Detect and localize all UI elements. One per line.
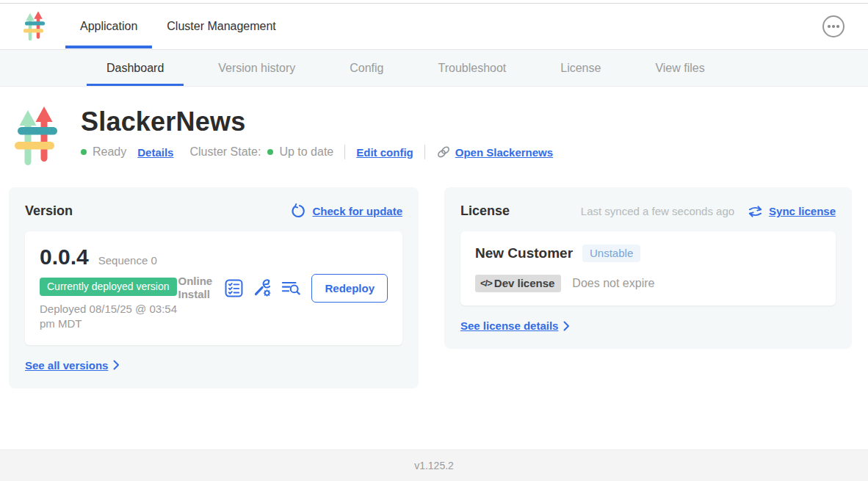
- refresh-icon: [291, 203, 306, 219]
- app-header: SlackerNews Ready Details Cluster State:…: [0, 87, 868, 187]
- version-actions: Online Install: [178, 274, 388, 303]
- console-footer: v1.125.2: [0, 449, 868, 481]
- version-card: Version Check for update 0.0.4 Sequence …: [9, 187, 419, 388]
- admin-console-page: Application Cluster Management Dashboard…: [0, 0, 868, 481]
- open-app-group: Open Slackernews: [436, 145, 553, 159]
- console-version: v1.125.2: [414, 460, 454, 471]
- tab-view-files[interactable]: View files: [635, 50, 724, 86]
- version-sequence: Sequence 0: [98, 254, 157, 267]
- app-subnav: Dashboard Version history Config Trouble…: [0, 50, 868, 87]
- redeploy-button[interactable]: Redeploy: [311, 274, 388, 303]
- tab-cluster-management[interactable]: Cluster Management: [152, 4, 291, 49]
- divider: [344, 145, 345, 159]
- page-title: SlackerNews: [81, 106, 553, 137]
- details-link[interactable]: Details: [137, 146, 173, 159]
- navbar-right: [822, 15, 845, 37]
- license-card-header: License Last synced a few seconds ago Sy…: [460, 203, 836, 219]
- tab-license[interactable]: License: [540, 50, 621, 86]
- edit-config-link[interactable]: Edit config: [356, 146, 413, 159]
- see-all-versions-label: See all versions: [25, 359, 108, 372]
- app-status-row: Ready Details Cluster State: Up to date …: [81, 145, 553, 159]
- see-all-versions-link[interactable]: See all versions: [25, 359, 120, 372]
- app-status-dot: [81, 149, 87, 155]
- preflight-checks-icon[interactable]: [224, 278, 243, 297]
- tab-dashboard[interactable]: Dashboard: [87, 50, 184, 86]
- license-type-tag: </> Dev license: [475, 275, 561, 292]
- app-status-text: Ready: [93, 145, 126, 159]
- see-license-details-link[interactable]: See license details: [460, 319, 570, 332]
- cluster-state-label: Cluster State:: [189, 145, 261, 159]
- more-menu-icon[interactable]: [822, 15, 845, 37]
- top-nav-tabs: Application Cluster Management: [65, 4, 291, 49]
- customer-name: New Customer: [475, 245, 573, 261]
- install-type-label: Online Install: [178, 275, 214, 303]
- cluster-state-dot: [267, 149, 273, 155]
- version-number: 0.0.4: [40, 245, 89, 270]
- see-license-details-label: See license details: [460, 319, 558, 332]
- deploy-logs-icon[interactable]: [281, 278, 300, 297]
- chevron-right-icon: [113, 360, 120, 370]
- version-card-title: Version: [25, 203, 73, 219]
- check-for-update-link[interactable]: Check for update: [312, 205, 402, 217]
- code-icon: </>: [480, 278, 492, 289]
- slackernews-logo-icon: [15, 106, 57, 167]
- tab-version-history[interactable]: Version history: [198, 50, 315, 86]
- chevron-right-icon: [563, 321, 570, 331]
- last-synced-text: Last synced a few seconds ago: [581, 205, 734, 217]
- tab-troubleshoot[interactable]: Troubleshoot: [418, 50, 526, 86]
- license-card: License Last synced a few seconds ago Sy…: [444, 187, 852, 349]
- link-chain-icon: [436, 145, 451, 159]
- sync-icon: [748, 205, 763, 218]
- deployed-status-badge: Currently deployed version: [40, 278, 177, 296]
- channel-badge: Unstable: [582, 245, 640, 262]
- license-panel: New Customer Unstable </> Dev license Do…: [460, 231, 836, 305]
- divider: [424, 145, 425, 159]
- cluster-state-text: Up to date: [279, 145, 333, 159]
- version-card-header: Version Check for update: [25, 203, 402, 219]
- deployed-timestamp: Deployed 08/15/25 @ 03:54 pm MDT: [40, 302, 178, 332]
- top-navbar: Application Cluster Management: [0, 4, 868, 50]
- license-card-title: License: [460, 203, 510, 219]
- license-expiry: Does not expire: [572, 277, 654, 290]
- license-type-label: Dev license: [494, 277, 555, 289]
- tab-application[interactable]: Application: [65, 4, 152, 49]
- current-version-panel: 0.0.4 Sequence 0 Currently deployed vers…: [25, 231, 402, 345]
- edit-config-icon[interactable]: [253, 278, 272, 297]
- dashboard-cards: Version Check for update 0.0.4 Sequence …: [0, 187, 868, 388]
- tab-config[interactable]: Config: [330, 50, 403, 86]
- sync-license-link[interactable]: Sync license: [769, 205, 836, 217]
- app-logo-icon: [23, 11, 45, 42]
- open-slackernews-link[interactable]: Open Slackernews: [455, 146, 553, 159]
